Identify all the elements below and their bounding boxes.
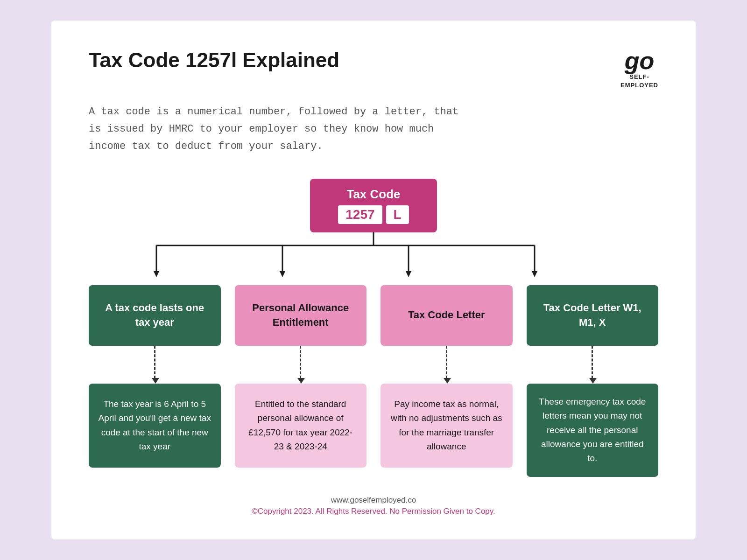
header-row: Tax Code 1257l Explained go SELF-EMPLOYE… [89, 49, 658, 90]
logo: go SELF-EMPLOYED [620, 49, 658, 90]
col2-top-box: Personal Allowance Entitlement [235, 285, 367, 346]
column-2: Personal Allowance Entitlement Entitled … [235, 285, 367, 477]
column-3: Tax Code Letter Pay income tax as normal… [381, 285, 513, 477]
tax-code-label: Tax Code [338, 187, 409, 202]
svg-marker-3 [154, 271, 159, 277]
logo-go: go [625, 49, 655, 73]
svg-marker-7 [406, 271, 411, 277]
svg-marker-9 [532, 271, 537, 277]
col3-bottom-box: Pay income tax as normal, with no adjust… [381, 384, 513, 468]
svg-marker-5 [280, 271, 285, 277]
tax-code-number: 1257 [338, 205, 382, 224]
col4-top-box: Tax Code Letter W1, M1, X [527, 285, 659, 346]
intro-text: A tax code is a numerical number, follow… [89, 103, 472, 155]
columns-container: A tax code lasts one tax year The tax ye… [89, 285, 658, 477]
col4-bottom-box: These emergency tax code letters mean yo… [527, 384, 659, 477]
col2-bottom-box: Entitled to the standard personal allowa… [235, 384, 367, 468]
logo-sub: SELF-EMPLOYED [620, 73, 658, 90]
col1-top-box: A tax code lasts one tax year [89, 285, 221, 346]
connector-lines [93, 231, 654, 287]
tax-code-box: Tax Code 1257 L [310, 179, 437, 232]
main-card: Tax Code 1257l Explained go SELF-EMPLOYE… [51, 21, 696, 539]
page-title: Tax Code 1257l Explained [89, 49, 339, 72]
column-1: A tax code lasts one tax year The tax ye… [89, 285, 221, 477]
col1-bottom-box: The tax year is 6 April to 5 April and y… [89, 384, 221, 468]
footer-url: www.goselfemployed.co [89, 496, 658, 505]
footer-copyright: ©Copyright 2023. All Rights Reserved. No… [89, 507, 658, 516]
column-4: Tax Code Letter W1, M1, X These emergenc… [527, 285, 659, 477]
tax-code-letter: L [386, 205, 409, 224]
diagram-wrapper: Tax Code 1257 L [89, 179, 658, 477]
tax-code-numbers: 1257 L [338, 205, 409, 224]
col3-top-box: Tax Code Letter [381, 285, 513, 346]
footer: www.goselfemployed.co ©Copyright 2023. A… [89, 496, 658, 516]
tax-code-top: Tax Code 1257 L [89, 179, 658, 232]
